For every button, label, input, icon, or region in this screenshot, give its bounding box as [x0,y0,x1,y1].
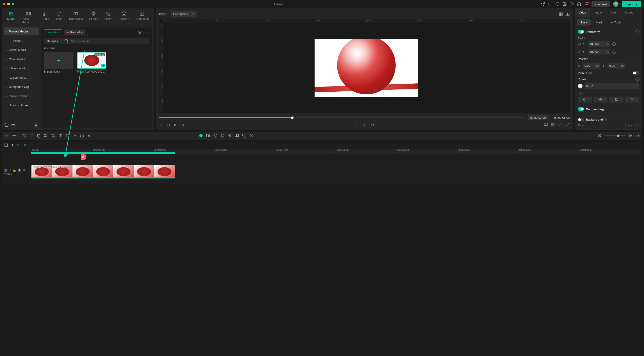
sidebar-adjustment-layer[interactable]: Adjustment L... [4,74,39,82]
sidebar-image-to-video[interactable]: Image to Video [4,92,39,100]
more-tl-icon[interactable]: ≫ [87,134,91,138]
path-curve-toggle[interactable] [633,71,639,75]
tab-templates[interactable]: Templates [136,11,149,24]
tl-layout-icon[interactable] [4,134,8,138]
keyframe-tl-icon[interactable] [73,134,77,138]
keyframe-icon[interactable] [612,50,616,54]
video-canvas[interactable] [314,39,418,97]
step-back-icon[interactable]: ▷| [166,122,170,127]
expand-icon[interactable] [566,122,570,127]
scrub-bar[interactable] [159,118,525,118]
timeline-range-bar[interactable] [31,152,175,154]
import-media-tile[interactable]: + [44,52,74,69]
copy-tl-icon[interactable] [242,134,246,138]
sort-dropdown[interactable]: Default▾ [47,40,62,43]
prev-frame-icon[interactable]: ◁ [159,122,163,127]
adjust-tl-icon[interactable] [66,134,70,138]
background-toggle[interactable] [578,118,584,122]
tab-effects[interactable]: Effects [89,11,98,24]
scale-x-input[interactable] [588,41,610,47]
undo-icon[interactable] [22,134,26,138]
window-minimize[interactable] [7,3,10,6]
sidebar-cloud-media[interactable]: Cloud Media [4,55,39,63]
music-tl-icon[interactable] [235,134,239,138]
tl-marker2-icon[interactable] [10,143,14,147]
cloud-download-icon[interactable] [570,2,574,6]
flip-horizontal-button[interactable] [578,97,592,102]
apply-to-all-button[interactable]: Apply to All [624,124,639,127]
tab-stickers[interactable]: Stickers [119,11,129,24]
grid-icon[interactable] [559,12,563,16]
scrub-handle[interactable] [291,116,294,119]
sidebar-folder[interactable]: Folder [4,37,39,44]
search-input[interactable] [71,40,146,43]
tl-marker3-icon[interactable] [17,143,21,147]
timeline-clip[interactable]: WhatsApp Video 2024-12-28 at 11.1... [31,165,175,178]
new-folder-icon[interactable] [4,123,8,127]
sidebar-photos-library[interactable]: Photos Library [4,102,39,109]
tl-tree-icon[interactable] [23,143,27,147]
ai-face-icon[interactable] [199,134,203,138]
purchase-button[interactable]: Purchase [592,1,610,7]
import-button[interactable]: Import▾ [44,29,62,35]
keyframe-icon[interactable] [635,57,640,61]
compare-icon[interactable] [566,12,570,16]
sidebar-global-media[interactable]: Global Media [4,46,39,54]
track-visible-icon[interactable]: 👁 [23,168,26,172]
pip-tl-icon[interactable] [206,134,210,138]
position-y-input[interactable] [608,63,624,68]
track-header[interactable]: 🎬1 🔒 🔇 👁 Video 1 [2,164,31,179]
keyframe-icon[interactable] [635,107,640,111]
sidebar-compound-clip[interactable]: Compound Clip [4,83,39,91]
mark-in-icon[interactable]: { [354,122,358,127]
tl-select-icon[interactable]: ▾ [12,134,16,138]
speed-tl-icon[interactable] [80,134,84,138]
inspector-tab-color[interactable]: Color [606,8,621,17]
subtab-ai-tools[interactable]: AI Tools [608,20,624,26]
subtab-basic[interactable]: Basic [577,20,591,26]
lock-icon[interactable] [578,50,581,54]
rotate-knob[interactable] [578,84,583,88]
flip-vertical-button[interactable] [594,97,608,102]
help-icon[interactable]: ? [604,118,607,122]
track-lock-icon[interactable]: 🔒 [13,168,16,172]
position-x-input[interactable] [583,63,600,68]
snapshot-icon[interactable] [551,122,555,127]
tab-transitions[interactable]: Transitions [69,11,83,24]
align-dropdown[interactable]: ▾ [370,122,374,127]
subtab-mask[interactable]: Mask [592,20,606,26]
target-icon[interactable] [214,134,218,138]
view-options-icon[interactable]: ▾ [636,134,640,138]
tab-stock-media[interactable]: Stock Media [22,11,35,24]
compositing-toggle[interactable] [578,107,584,111]
keyframe-icon[interactable] [635,30,640,34]
cut-icon[interactable] [44,134,48,138]
track-mute-icon[interactable]: 🔇 [18,168,21,172]
keyframe-icon[interactable] [612,42,616,46]
monitor-icon[interactable] [556,2,560,6]
transform-toggle[interactable] [578,30,584,34]
blur-type-select[interactable]: Blur▾ [578,129,639,130]
zoom-slider[interactable] [605,136,625,136]
folder-icon[interactable] [11,123,15,127]
fit-button[interactable] [625,97,639,102]
media-clip-thumbnail[interactable]: 00:00:06 ✓ [77,52,106,69]
scale-y-input[interactable] [588,49,610,54]
send-icon[interactable] [541,2,545,6]
window-close[interactable] [3,3,6,6]
headphones-icon[interactable] [577,2,581,6]
volume-icon[interactable] [558,122,562,127]
sidebar-influence-kit[interactable]: Influence Kit [4,64,39,72]
quality-dropdown[interactable]: Full Quality▾ [170,11,197,17]
export-button[interactable]: Export▾ [622,1,641,7]
zoom-out-icon[interactable] [598,134,602,138]
more-icon[interactable]: ⋯ [145,30,149,34]
stop-icon[interactable]: □ [181,122,185,127]
tl-marker1-icon[interactable] [4,143,8,147]
text-tl-icon[interactable] [58,134,62,138]
mark-out-icon[interactable]: } [362,122,366,127]
window-zoom[interactable] [12,3,14,6]
crop-button[interactable] [609,97,623,102]
delete-icon[interactable] [37,134,41,138]
tab-media[interactable]: Media [7,11,15,24]
